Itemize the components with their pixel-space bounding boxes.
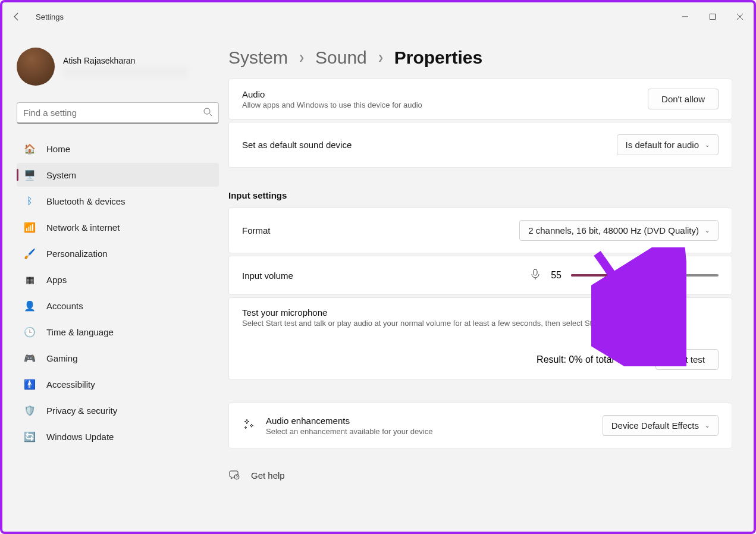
- user-name: Atish Rajasekharan: [63, 56, 188, 65]
- home-icon: 🏠: [24, 143, 36, 155]
- privacy-security-icon: 🛡️: [24, 404, 36, 416]
- get-help-link[interactable]: Get help: [228, 469, 732, 482]
- sidebar-item-label: Apps: [46, 275, 67, 285]
- back-button[interactable]: [2, 12, 31, 21]
- start-test-button[interactable]: Start test: [655, 349, 719, 370]
- sidebar-item-label: Privacy & security: [46, 406, 117, 416]
- chevron-down-icon: ⌄: [705, 227, 710, 234]
- chevron-down-icon: ⌄: [705, 422, 710, 429]
- sidebar-item-label: Time & language: [46, 327, 114, 337]
- input-volume-card: Input volume 55: [228, 256, 732, 295]
- personalization-icon: 🖌️: [24, 247, 36, 259]
- chevron-down-icon: ⌄: [705, 142, 710, 148]
- nav-list: 🏠Home🖥️SystemᛒBluetooth & devices📶Networ…: [17, 137, 219, 448]
- sidebar-item-privacy-security[interactable]: 🛡️Privacy & security: [17, 398, 219, 422]
- minimize-button[interactable]: [672, 7, 699, 26]
- input-volume-value: 55: [551, 270, 561, 281]
- enhancements-dropdown[interactable]: Device Default Effects ⌄: [603, 415, 719, 436]
- slider-thumb[interactable]: [646, 269, 658, 281]
- accessibility-icon: 🚹: [24, 378, 36, 390]
- avatar: [17, 48, 55, 86]
- audio-enhancements-card: Audio enhancements Select an enhancement…: [228, 403, 732, 448]
- network-internet-icon: 📶: [24, 221, 36, 233]
- input-volume-slider[interactable]: [571, 274, 719, 277]
- sidebar-item-network-internet[interactable]: 📶Network & internet: [17, 215, 219, 239]
- titlebar: Settings: [2, 2, 754, 31]
- search-input[interactable]: [23, 108, 203, 118]
- audio-title: Audio: [242, 89, 637, 99]
- sidebar-item-label: Accounts: [46, 301, 83, 311]
- user-email-redacted: [63, 67, 188, 77]
- sidebar-item-apps[interactable]: ▦Apps: [17, 268, 219, 291]
- dont-allow-button[interactable]: Don't allow: [648, 89, 719, 109]
- sidebar-item-label: System: [46, 170, 76, 180]
- format-value: 2 channels, 16 bit, 48000 Hz (DVD Qualit…: [528, 225, 699, 235]
- default-device-title: Set as default sound device: [242, 140, 606, 150]
- bluetooth-devices-icon: ᛒ: [24, 195, 36, 207]
- svg-rect-4: [534, 269, 537, 275]
- maximize-button[interactable]: [699, 7, 726, 26]
- default-device-card: Set as default sound device Is default f…: [228, 122, 732, 168]
- sidebar-item-label: Home: [46, 144, 70, 154]
- sidebar-item-label: Accessibility: [46, 379, 95, 389]
- sidebar-item-system[interactable]: 🖥️System: [17, 163, 219, 187]
- enhance-sub: Select an enhancement available for your…: [266, 427, 592, 436]
- get-help-label: Get help: [251, 470, 285, 480]
- input-volume-title: Input volume: [242, 271, 519, 281]
- accounts-icon: 👤: [24, 300, 36, 312]
- system-icon: 🖥️: [24, 169, 36, 181]
- default-device-dropdown[interactable]: Is default for audio ⌄: [617, 134, 719, 155]
- sidebar: Atish Rajasekharan 🏠Home🖥️SystemᛒBluetoo…: [2, 31, 228, 532]
- test-microphone-card: Test your microphone Select Start test a…: [228, 297, 732, 380]
- enhancements-value: Device Default Effects: [611, 420, 699, 431]
- input-settings-header: Input settings: [228, 190, 732, 200]
- time-language-icon: 🕒: [24, 326, 36, 338]
- breadcrumb-sound[interactable]: Sound: [315, 48, 367, 68]
- sidebar-item-personalization[interactable]: 🖌️Personalization: [17, 241, 219, 265]
- sidebar-item-home[interactable]: 🏠Home: [17, 137, 219, 161]
- sidebar-item-label: Windows Update: [46, 432, 114, 442]
- breadcrumb-system[interactable]: System: [228, 48, 288, 68]
- chevron-right-icon: ❯: [378, 54, 384, 62]
- sidebar-item-label: Gaming: [46, 353, 78, 363]
- sidebar-item-label: Bluetooth & devices: [46, 196, 126, 206]
- format-card: Format 2 channels, 16 bit, 48000 Hz (DVD…: [228, 208, 732, 253]
- sparkle-icon: [242, 418, 255, 434]
- sidebar-item-gaming[interactable]: 🎮Gaming: [17, 346, 219, 370]
- sidebar-item-bluetooth-devices[interactable]: ᛒBluetooth & devices: [17, 189, 219, 213]
- svg-point-2: [204, 108, 210, 114]
- windows-update-icon: 🔄: [24, 431, 36, 442]
- format-dropdown[interactable]: 2 channels, 16 bit, 48000 Hz (DVD Qualit…: [519, 220, 719, 241]
- audio-sub: Allow apps and Windows to use this devic…: [242, 100, 637, 109]
- breadcrumb: System ❯ Sound ❯ Properties: [228, 48, 732, 68]
- app-title: Settings: [36, 12, 64, 21]
- user-card[interactable]: Atish Rajasekharan: [17, 48, 219, 86]
- microphone-icon: [529, 268, 541, 282]
- format-title: Format: [242, 225, 509, 235]
- gaming-icon: 🎮: [24, 352, 36, 364]
- enhance-title: Audio enhancements: [266, 416, 592, 426]
- svg-rect-1: [710, 14, 716, 20]
- apps-icon: ▦: [24, 274, 36, 285]
- test-mic-result: Result: 0% of total volume: [537, 354, 647, 365]
- sidebar-item-windows-update[interactable]: 🔄Windows Update: [17, 425, 219, 448]
- test-mic-title: Test your microphone: [242, 307, 719, 318]
- svg-line-3: [209, 114, 212, 116]
- audio-card: Audio Allow apps and Windows to use this…: [228, 78, 732, 120]
- help-icon: [228, 469, 240, 482]
- sidebar-item-label: Personalization: [46, 249, 108, 259]
- sidebar-item-time-language[interactable]: 🕒Time & language: [17, 320, 219, 344]
- search-box[interactable]: [17, 102, 219, 124]
- sidebar-item-accessibility[interactable]: 🚹Accessibility: [17, 372, 219, 396]
- breadcrumb-properties: Properties: [394, 48, 482, 68]
- window-controls: [672, 7, 754, 26]
- sidebar-item-accounts[interactable]: 👤Accounts: [17, 294, 219, 318]
- sidebar-item-label: Network & internet: [46, 222, 120, 233]
- content: System ❯ Sound ❯ Properties Audio Allow …: [228, 31, 754, 532]
- chevron-right-icon: ❯: [299, 54, 305, 62]
- test-mic-sub: Select Start test and talk or play audio…: [242, 319, 719, 328]
- search-icon: [203, 107, 212, 119]
- default-device-value: Is default for audio: [626, 140, 699, 150]
- close-button[interactable]: [726, 7, 754, 26]
